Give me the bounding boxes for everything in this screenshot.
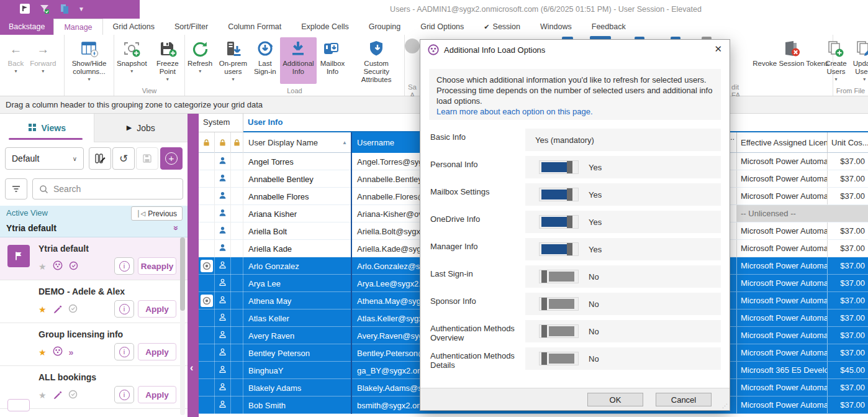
app-logo-icon[interactable]: [19, 2, 31, 15]
column-header-partial[interactable]: ..: [730, 132, 736, 152]
ribbon-tab-grouping[interactable]: Grouping: [359, 19, 410, 35]
column-header-unit-cost[interactable]: Unit Cos...: [827, 132, 868, 152]
create-users-button[interactable]: Create Users▾: [823, 37, 849, 82]
refresh-button[interactable]: Refresh▾: [185, 37, 215, 84]
view-info-button[interactable]: i: [114, 343, 134, 360]
display-name-cell: Ariella Bolt: [243, 222, 351, 240]
group-header-system[interactable]: System: [199, 114, 243, 132]
mailbox-info-button[interactable]: Mailbox Info: [318, 37, 348, 84]
view-info-button[interactable]: i: [114, 300, 134, 318]
ribbon-tab-session[interactable]: ✔Session: [474, 19, 530, 35]
filter-checked-icon[interactable]: [38, 2, 51, 15]
additional-info-button[interactable]: Additional Info: [280, 37, 317, 84]
partial-cell: [730, 188, 736, 204]
previous-view-button[interactable]: │◁ Previous: [131, 206, 183, 221]
apply-view-button[interactable]: Apply: [138, 386, 176, 403]
target-cell: [199, 379, 215, 396]
column-header-display-name[interactable]: User Display Name ▲: [243, 132, 351, 153]
forward-arrow-icon: →: [37, 39, 49, 60]
custom-security-attributes-button[interactable]: Custom Security Attributes: [348, 37, 404, 84]
column-header-license[interactable]: Effective Assigned Licen...: [736, 132, 827, 152]
update-users-button[interactable]: Update Users▾: [851, 37, 868, 82]
column-lock-1[interactable]: [199, 132, 215, 153]
option-control: Yes: [525, 238, 721, 260]
last-signin-button[interactable]: Last Sign-in: [251, 37, 279, 84]
show-hide-columns-button[interactable]: Show/Hide columns...▾: [65, 37, 114, 82]
person-outline-icon: [218, 400, 227, 411]
revoke-session-tokens-button[interactable]: Revoke Session Tokens: [750, 37, 831, 68]
ribbon-tab-explode-cells[interactable]: Explode Cells: [291, 19, 358, 35]
spacer-cell: [231, 188, 243, 205]
partial-cell: [730, 327, 736, 344]
toggle-switch[interactable]: [539, 188, 579, 201]
sidebar-splitter[interactable]: ‹: [188, 114, 199, 417]
view-item-name: ALL bookings: [38, 372, 96, 382]
cancel-button[interactable]: Cancel: [656, 393, 712, 406]
spacer-cell: [231, 379, 243, 396]
dialog-option-row: Authentication Methods Details No: [420, 347, 730, 375]
ribbon-tab-grid-actions[interactable]: Grid Actions: [103, 19, 165, 35]
person-outline-icon: [218, 347, 227, 359]
toggle-switch[interactable]: [539, 242, 579, 256]
snapshot-button[interactable]: Snapshot▾: [114, 37, 150, 82]
tab-views[interactable]: Views: [0, 114, 94, 142]
ribbon-tab-sort-filter[interactable]: Sort/Filter: [165, 19, 218, 35]
apply-view-button[interactable]: Apply: [138, 300, 176, 318]
back-button[interactable]: ← Back▾: [6, 37, 27, 74]
app-window: ▼ Users - AADMIN1@sygx2.onmicrosoft.com …: [0, 0, 868, 417]
forward-button[interactable]: → Forward▾: [27, 37, 58, 74]
undo-button[interactable]: ↺: [112, 147, 135, 170]
target-cell: [199, 327, 215, 344]
collapse-chevrons-icon[interactable]: »: [171, 226, 181, 231]
resize-grip[interactable]: ⋰: [722, 403, 728, 409]
lock-icon: [233, 139, 241, 147]
edit-columns-button[interactable]: [89, 147, 111, 170]
lock-icon: [202, 139, 210, 147]
search-input[interactable]: [53, 184, 159, 194]
person-outline-icon: [218, 260, 227, 272]
toggle-switch[interactable]: [539, 297, 579, 311]
columns-table-icon: [80, 39, 99, 60]
save-view-button[interactable]: [136, 147, 158, 170]
tab-jobs[interactable]: ▶ Jobs: [94, 114, 188, 142]
toggle-switch[interactable]: [539, 324, 579, 338]
user-type-cell: [215, 327, 231, 344]
onprem-users-button[interactable]: On-prem users▾: [216, 37, 250, 84]
close-icon[interactable]: ✕: [714, 44, 722, 55]
option-state: Yes: [589, 245, 602, 254]
ribbon-tab-manage[interactable]: Manage: [53, 19, 102, 35]
sidebar-scrollbar[interactable]: [180, 237, 185, 415]
ribbon-tab-column-format[interactable]: Column Format: [218, 19, 291, 35]
view-info-button[interactable]: i: [114, 386, 134, 403]
toggle-switch[interactable]: [539, 352, 579, 365]
view-list-item[interactable]: Group licensing info ★» i Apply: [0, 323, 188, 366]
sidebar-scroll-thumb[interactable]: [180, 237, 185, 311]
learn-more-link[interactable]: Learn more about each option on this pag…: [436, 107, 593, 116]
freeze-point-button[interactable]: Freeze Point▾: [151, 37, 184, 82]
toggle-switch[interactable]: [539, 270, 579, 283]
search-box: [32, 178, 183, 199]
apply-view-button[interactable]: Reapply: [138, 257, 176, 275]
jobs-arrow-icon: ▶: [127, 124, 132, 132]
ribbon-tab-backstage[interactable]: Backstage: [0, 19, 53, 35]
option-state: Yes: [589, 218, 602, 227]
ok-button[interactable]: OK: [587, 393, 643, 406]
ribbon-tab-windows[interactable]: Windows: [530, 19, 582, 35]
apply-view-button[interactable]: Apply: [138, 343, 176, 360]
copy-columns-icon[interactable]: [58, 2, 71, 15]
view-list-item[interactable]: DEMO - Adele & Alex ★ i Apply: [0, 280, 188, 323]
ribbon-group-label-load: Load: [185, 87, 404, 94]
view-list-item[interactable]: Ytria default ★ i Reapply: [0, 237, 188, 280]
toggle-switch[interactable]: [539, 215, 579, 229]
qat-dropdown-icon[interactable]: ▼: [78, 6, 84, 12]
filter-button[interactable]: [5, 178, 27, 199]
target-cell: [199, 240, 215, 257]
toggle-switch[interactable]: [539, 160, 579, 174]
ribbon-tab-feedback[interactable]: Feedback: [582, 19, 636, 35]
column-lock-3[interactable]: [231, 132, 243, 153]
add-view-button[interactable]: +: [160, 147, 183, 170]
ribbon-tab-grid-options[interactable]: Grid Options: [410, 19, 474, 35]
view-info-button[interactable]: i: [114, 257, 134, 275]
column-lock-2[interactable]: [215, 132, 231, 153]
view-preset-select[interactable]: Default ∨: [5, 147, 84, 170]
